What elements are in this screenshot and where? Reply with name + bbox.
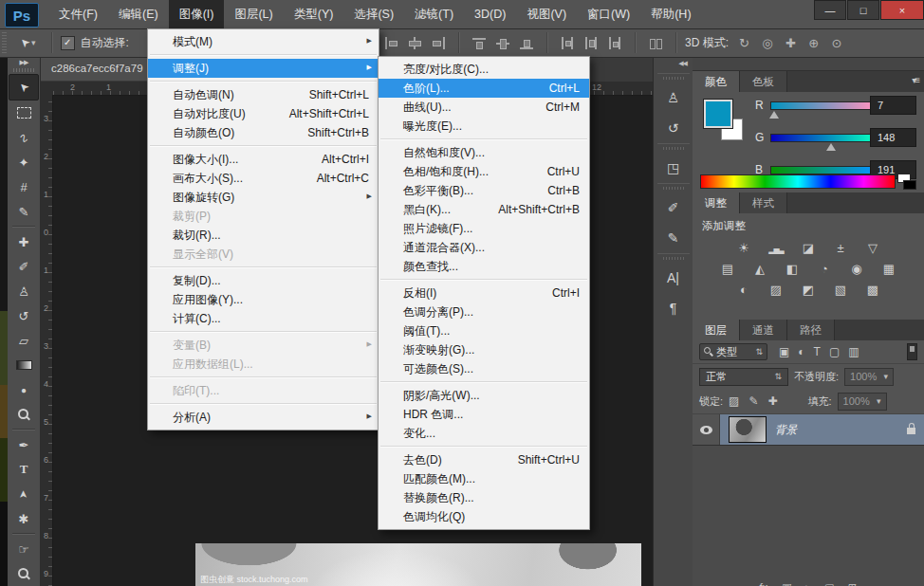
item-hue-saturation[interactable]: 色相/饱和度(H)... Ctrl+U <box>379 162 589 181</box>
layer-row[interactable]: 背景 <box>693 413 924 446</box>
red-value-field[interactable]: 7 <box>870 96 916 115</box>
item-vibrance[interactable]: 自然饱和度(V)... <box>379 143 589 162</box>
history-panel-button[interactable]: ↺ <box>657 114 690 142</box>
spot-healing-brush-tool[interactable]: ✚ <box>10 229 37 254</box>
eraser-tool[interactable]: ▱ <box>10 328 37 353</box>
filter-shape-layers-icon[interactable]: ▢ <box>829 345 840 358</box>
item-canvas-size[interactable]: 画布大小(S)... Alt+Ctrl+C <box>148 169 379 188</box>
item-equalize[interactable]: 色调均化(Q) <box>379 507 589 526</box>
invert-adjustment-icon[interactable]: ◐ <box>733 283 754 297</box>
item-threshold[interactable]: 阈值(T)... <box>379 321 589 340</box>
panel-grip[interactable] <box>13 68 34 72</box>
item-replace-color[interactable]: 替换颜色(R)... <box>379 488 589 507</box>
item-auto-tone[interactable]: 自动色调(N) Shift+Ctrl+L <box>148 85 379 104</box>
gradient-tool[interactable] <box>10 353 37 377</box>
3d-slide-icon[interactable]: ⊕ <box>808 36 819 50</box>
maximize-button[interactable]: □ <box>847 0 879 20</box>
lasso-tool[interactable]: ∿ <box>10 125 37 150</box>
item-variables[interactable]: 变量(B) <box>148 336 379 355</box>
item-crop[interactable]: 裁剪(P) <box>148 207 379 226</box>
expand-panel-icon[interactable]: ▶▶ <box>8 59 40 66</box>
pen-tool[interactable]: ✒ <box>10 432 37 457</box>
blur-tool[interactable]: ● <box>10 377 37 402</box>
vibrance-adjustment-icon[interactable]: ▽ <box>862 241 883 255</box>
item-trim[interactable]: 裁切(R)... <box>148 226 379 245</box>
photo-filter-adjustment-icon[interactable]: ◔ <box>814 262 835 276</box>
red-slider[interactable] <box>770 101 875 110</box>
item-photo-filter[interactable]: 照片滤镜(F)... <box>379 219 589 238</box>
hand-tool[interactable]: ☞ <box>10 537 37 561</box>
lock-paint-icon[interactable]: ✎ <box>748 394 758 408</box>
panel-menu-icon[interactable]: ▾≡ <box>912 75 918 85</box>
align-horizontal-centers-button[interactable] <box>408 37 422 49</box>
minimize-button[interactable]: — <box>814 0 846 20</box>
layer-row-selected[interactable]: 背景 <box>720 414 924 445</box>
properties-panel-button[interactable]: ◳ <box>657 154 690 182</box>
paragraph-panel-button[interactable]: ¶ <box>657 294 690 322</box>
item-apply-data-set[interactable]: 应用数据组(L)... <box>148 355 379 374</box>
lock-transparency-icon[interactable]: ▨ <box>729 394 739 408</box>
hue-saturation-adjustment-icon[interactable]: ▤ <box>717 262 738 276</box>
new-adjustment-layer-button[interactable]: ◐ <box>804 581 810 586</box>
tab-paths[interactable]: 路径 <box>787 320 835 340</box>
item-image-size[interactable]: 图像大小(I)... Alt+Ctrl+I <box>148 150 379 169</box>
tab-layers[interactable]: 图层 <box>693 320 740 340</box>
green-slider[interactable] <box>770 134 875 142</box>
red-slider-thumb[interactable] <box>769 111 779 119</box>
collapse-panels-icon[interactable]: ◀◀ <box>654 57 693 73</box>
align-vertical-centers-button[interactable] <box>496 37 510 49</box>
brush-tool[interactable]: ✐ <box>10 254 37 279</box>
black-white-adjustment-icon[interactable]: ◧ <box>782 262 803 276</box>
clone-stamp-tool[interactable]: ♙ <box>10 279 37 303</box>
item-brightness-contrast[interactable]: 亮度/对比度(C)... <box>379 60 589 79</box>
item-exposure[interactable]: 曝光度(E)... <box>379 117 589 136</box>
item-invert[interactable]: 反相(I) Ctrl+I <box>379 284 589 302</box>
filter-adjustment-layers-icon[interactable]: ◐ <box>798 345 804 358</box>
layer-visibility-cell[interactable] <box>693 414 720 445</box>
layer-thumbnail[interactable] <box>729 416 767 443</box>
item-desaturate[interactable]: 去色(D) Shift+Ctrl+U <box>379 450 589 469</box>
brush-panel-button[interactable]: ✐ <box>657 193 690 222</box>
close-button[interactable]: × <box>880 0 924 20</box>
item-calculations[interactable]: 计算(C)... <box>148 309 379 328</box>
tab-styles[interactable]: 样式 <box>740 192 787 213</box>
menu-type[interactable]: 类型(Y) <box>284 0 344 28</box>
vertical-ruler[interactable]: 3 2 1 0 1 2 3 4 5 6 7 8 9 <box>40 95 53 586</box>
item-reveal-all[interactable]: 显示全部(V) <box>148 245 379 264</box>
options-bar-grip[interactable] <box>2 32 7 53</box>
item-shadows-highlights[interactable]: 阴影/高光(W)... <box>379 386 589 405</box>
filter-type-dropdown[interactable]: 类型 ⇅ <box>699 343 767 360</box>
item-curves[interactable]: 曲线(U)... Ctrl+M <box>379 98 589 117</box>
fill-dropdown[interactable]: 100% ▾ <box>838 393 887 411</box>
item-posterize[interactable]: 色调分离(P)... <box>379 302 589 321</box>
ruler-origin[interactable] <box>40 82 54 96</box>
eyedropper-tool[interactable]: ✎ <box>10 199 37 224</box>
blue-slider[interactable] <box>770 166 875 174</box>
character-panel-button[interactable]: A| <box>657 264 690 292</box>
filter-pixel-layers-icon[interactable]: ▣ <box>779 345 789 358</box>
blend-mode-dropdown[interactable]: 正常 ⇅ <box>699 368 788 386</box>
color-lookup-adjustment-icon[interactable]: ▦ <box>878 262 899 276</box>
link-layers-button[interactable]: ∞ <box>738 581 746 586</box>
channel-mixer-adjustment-icon[interactable]: ◉ <box>846 262 867 276</box>
distribute-right-button[interactable] <box>608 37 622 49</box>
menu-image[interactable]: 图像(I) <box>169 0 225 28</box>
filter-smart-objects-icon[interactable]: ▥ <box>848 345 859 358</box>
layer-style-button[interactable]: fx <box>759 581 767 586</box>
dodge-tool[interactable] <box>10 402 37 427</box>
gradient-map-adjustment-icon[interactable]: ▧ <box>830 283 851 297</box>
item-selective-color[interactable]: 可选颜色(S)... <box>379 359 589 378</box>
tab-color[interactable]: 颜色 <box>693 71 740 92</box>
item-mode[interactable]: 模式(M) <box>148 32 379 51</box>
foreground-color-swatch[interactable] <box>704 100 732 128</box>
menu-filter[interactable]: 滤镜(T) <box>404 0 464 28</box>
crop-tool[interactable]: # <box>10 174 37 199</box>
green-slider-thumb[interactable] <box>826 143 836 151</box>
menu-help[interactable]: 帮助(H) <box>640 0 701 28</box>
tab-adjustments[interactable]: 调整 <box>693 192 740 213</box>
menu-3d[interactable]: 3D(D) <box>464 0 516 28</box>
item-black-white[interactable]: 黑白(K)... Alt+Shift+Ctrl+B <box>379 200 589 219</box>
3d-drag-icon[interactable]: ✚ <box>785 36 796 50</box>
magic-wand-tool[interactable]: ✦ <box>10 150 37 174</box>
item-trap[interactable]: 陷印(T)... <box>148 381 379 400</box>
